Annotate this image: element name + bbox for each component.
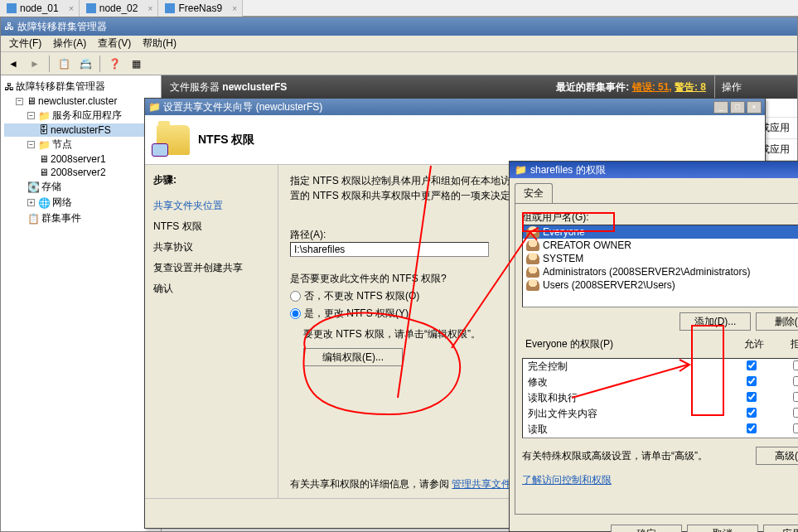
errors-link[interactable]: 错误: 51, [632, 81, 672, 93]
deny-modify-checkbox[interactable] [793, 376, 798, 386]
user-everyone[interactable]: Everyone [523, 225, 798, 239]
deny-list-checkbox[interactable] [793, 408, 798, 418]
tree-newclusterfs[interactable]: 🗄newclusterFS [4, 123, 157, 137]
monitor-icon [86, 3, 96, 13]
radio-no-input[interactable] [290, 291, 301, 302]
menu-file[interactable]: 文件(F) [4, 35, 46, 52]
back-button[interactable]: ◄ [4, 55, 22, 73]
folder-icon: 📁 [38, 139, 51, 151]
tree-storage[interactable]: 💽存储 [4, 179, 157, 195]
learn-link[interactable]: 了解访问控制和权限 [522, 474, 612, 486]
vm-tab-freenas9[interactable]: FreeNas9× [158, 0, 243, 17]
forward-button[interactable]: ► [26, 55, 44, 73]
collapse-icon[interactable]: − [27, 112, 35, 119]
group-icon [526, 279, 539, 291]
close-icon[interactable]: × [232, 4, 237, 13]
tab-security[interactable]: 安全 [515, 183, 553, 203]
ok-button[interactable]: 确定 [611, 525, 682, 532]
apply-button[interactable]: 应用(A) [763, 525, 798, 532]
step-review[interactable]: 复查设置并创建共享 [153, 258, 269, 278]
perms-for-label: Everyone 的权限(P) [525, 337, 731, 351]
tree-pane[interactable]: 🖧故障转移群集管理器 −🖥newcluster.cluster −📁服务和应用程… [1, 75, 162, 531]
help-button[interactable]: ❓ [105, 55, 123, 73]
deny-header: 拒绝 [777, 337, 798, 351]
user-system[interactable]: SYSTEM [523, 252, 798, 265]
allow-modify-checkbox[interactable] [747, 376, 757, 386]
edit-permissions-button[interactable]: 编辑权限(E)... [303, 348, 403, 366]
tree-services[interactable]: −📁服务和应用程序 [4, 108, 157, 123]
content-header: 文件服务器 newclusterFS 最近的群集事件: 错误: 51, 警告: … [162, 75, 714, 99]
wizard-steps: 步骤: 共享文件夹位置 NTFS 权限 共享协议 复查设置并创建共享 确认 [145, 165, 278, 498]
tab-label: FreeNas9 [178, 2, 222, 14]
perm-row-full: 完全控制 [523, 359, 798, 375]
menu-help[interactable]: 帮助(H) [138, 35, 181, 52]
view-button[interactable]: ▦ [127, 55, 145, 73]
wizard-icon: 📁 [148, 101, 161, 113]
close-icon[interactable]: × [148, 4, 153, 13]
wizard-header: NTFS 权限 [145, 115, 765, 165]
users-list[interactable]: Everyone CREATOR OWNER SYSTEM Administra… [522, 225, 798, 307]
wizard-title: 设置共享文件夹向导 (newclusterFS) [163, 101, 322, 113]
manage-shares-link[interactable]: 管理共享文件 [452, 478, 511, 490]
vm-tab-node01[interactable]: node_01× [0, 0, 80, 17]
perm-footer: 确定 取消 应用(A) [510, 520, 798, 532]
folder-icon: 📁 [515, 164, 527, 176]
user-administrators[interactable]: Administrators (2008SERVER2\Administrato… [523, 265, 798, 278]
vm-tab-node02[interactable]: node_02× [80, 0, 159, 17]
tree-events[interactable]: 📋群集事件 [4, 210, 157, 226]
collapse-icon[interactable]: − [16, 98, 23, 105]
close-icon[interactable]: × [69, 4, 74, 13]
remove-button[interactable]: 删除(R) [756, 312, 798, 331]
allow-read-checkbox[interactable] [747, 423, 757, 433]
warnings-link[interactable]: 警告: 8 [675, 81, 706, 93]
users-badge-icon [152, 143, 168, 157]
user-users[interactable]: Users (2008SERVER2\Users) [523, 278, 798, 292]
allow-execute-checkbox[interactable] [747, 392, 757, 402]
perm-row-modify: 修改 [523, 375, 798, 390]
minimize-button[interactable]: _ [713, 101, 728, 114]
tree-nodes[interactable]: −📁节点 [4, 137, 157, 152]
advanced-button[interactable]: 高级(V) [756, 447, 798, 465]
expand-icon[interactable]: + [27, 199, 35, 206]
mmc-titlebar[interactable]: 🖧 故障转移群集管理器 [1, 17, 797, 36]
cancel-button[interactable]: 取消 [687, 525, 758, 532]
groups-label: 组或用户名(G): [522, 210, 798, 225]
deny-full-checkbox[interactable] [793, 360, 798, 370]
server-icon: 🖥 [39, 153, 49, 165]
perm-titlebar[interactable]: 📁 sharefiles 的权限 [510, 162, 798, 178]
step-location[interactable]: 共享文件夹位置 [153, 196, 269, 216]
add-button[interactable]: 添加(D)... [680, 312, 751, 331]
allow-list-checkbox[interactable] [747, 408, 757, 418]
tree-cluster[interactable]: −🖥newcluster.cluster [4, 94, 157, 108]
user-creator-owner[interactable]: CREATOR OWNER [523, 239, 798, 252]
steps-header: 步骤: [153, 173, 269, 187]
maximize-button[interactable]: □ [730, 101, 745, 114]
server-icon: 🖥 [39, 167, 49, 178]
tree-node1[interactable]: 🖥2008server1 [4, 152, 157, 166]
properties-button[interactable]: 📇 [76, 55, 94, 73]
collapse-icon[interactable]: − [27, 141, 35, 148]
menu-action[interactable]: 操作(A) [48, 35, 91, 52]
menu-view[interactable]: 查看(V) [93, 35, 136, 52]
tree-network[interactable]: +🌐网络 [4, 195, 157, 210]
tab-label: node_01 [20, 2, 59, 14]
deny-read-checkbox[interactable] [793, 423, 798, 433]
step-ntfs[interactable]: NTFS 权限 [153, 216, 269, 237]
menubar: 文件(F) 操作(A) 查看(V) 帮助(H) [1, 36, 797, 52]
close-button[interactable]: × [747, 101, 762, 114]
up-button[interactable]: 📋 [55, 55, 73, 73]
deny-execute-checkbox[interactable] [793, 392, 798, 402]
tab-label: node_02 [99, 2, 138, 14]
window-title: 故障转移群集管理器 [17, 20, 107, 34]
tree-root[interactable]: 🖧故障转移群集管理器 [4, 79, 157, 94]
disk-icon: 💽 [27, 181, 40, 193]
step-confirm[interactable]: 确认 [153, 278, 269, 299]
tree-node2[interactable]: 🖥2008server2 [4, 166, 157, 179]
group-icon [526, 266, 539, 278]
wizard-titlebar[interactable]: 📁 设置共享文件夹向导 (newclusterFS) _ □ × [145, 99, 765, 115]
wizard-footer-text: 有关共享和权限的详细信息，请参阅 [290, 478, 449, 490]
allow-full-checkbox[interactable] [747, 360, 757, 370]
radio-yes-input[interactable] [290, 308, 301, 319]
step-protocol[interactable]: 共享协议 [153, 237, 269, 258]
permissions-window: 📁 sharefiles 的权限 安全 组或用户名(G): Everyone C… [509, 161, 798, 532]
